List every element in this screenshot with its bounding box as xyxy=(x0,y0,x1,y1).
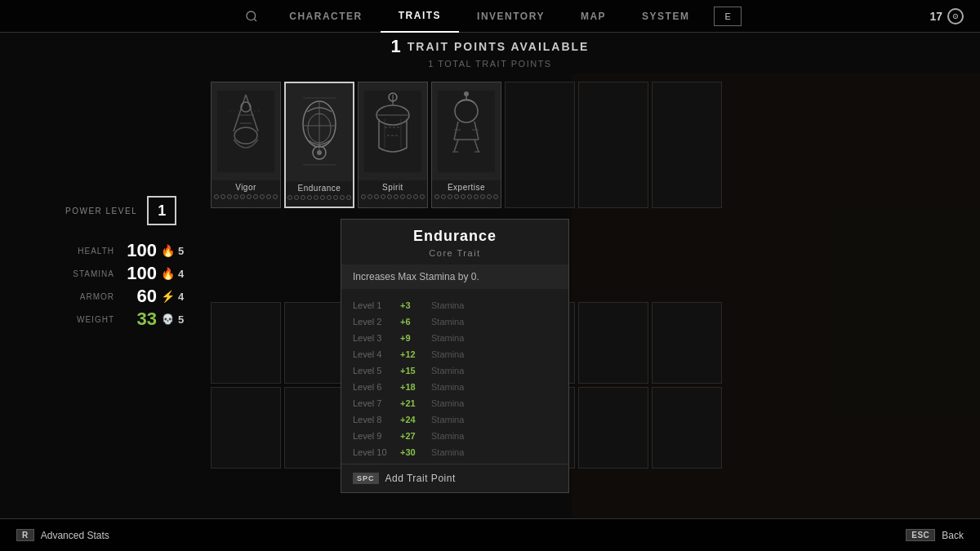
dot xyxy=(314,195,318,200)
dot xyxy=(327,195,332,200)
trait-card-endurance[interactable]: Endurance xyxy=(284,82,354,208)
nav-system[interactable]: SYSTEM xyxy=(624,0,707,33)
armor-icon: ⚡ xyxy=(160,290,175,303)
spirit-card-name: Spirit xyxy=(381,180,405,193)
level-row-10: Level 10 +30 Stamina xyxy=(353,444,557,460)
expertise-card-name: Expertise xyxy=(446,180,487,193)
level-10-bonus: +30 xyxy=(400,447,426,457)
level-10-stat: Stamina xyxy=(431,447,464,457)
grid-cell[interactable] xyxy=(652,387,722,469)
trait-card-spirit[interactable]: Spirit xyxy=(358,82,428,208)
dot xyxy=(307,195,312,200)
armor-value: 60 xyxy=(118,287,157,305)
detail-footer[interactable]: SPC Add Trait Point xyxy=(341,464,568,492)
dot xyxy=(227,194,232,199)
level-row-7: Level 7 +21 Stamina xyxy=(353,395,557,411)
trait-card-expertise[interactable]: Expertise xyxy=(431,82,501,208)
level-5-bonus: +15 xyxy=(400,366,426,375)
endurance-card-art xyxy=(286,83,353,181)
power-level-box: 1 xyxy=(147,196,176,225)
dot xyxy=(361,194,366,199)
level-5-label: Level 5 xyxy=(353,366,395,375)
dot xyxy=(240,194,245,199)
dot xyxy=(467,194,472,199)
trait-card-vigor[interactable]: Vigor xyxy=(211,82,281,208)
spc-badge: SPC xyxy=(353,473,379,484)
level-2-stat: Stamina xyxy=(431,317,464,327)
armor-stat-row: ARMOR 60 ⚡ 4 xyxy=(65,287,184,305)
level-9-stat: Stamina xyxy=(431,431,464,441)
trait-card-empty-1[interactable] xyxy=(505,82,575,208)
level-6-label: Level 6 xyxy=(353,382,395,392)
e-button[interactable]: E xyxy=(714,7,741,26)
level-4-label: Level 4 xyxy=(353,349,395,359)
grid-cell[interactable] xyxy=(652,302,722,384)
svg-rect-26 xyxy=(438,91,495,172)
level-7-stat: Stamina xyxy=(431,398,464,408)
vigor-card-name: Vigor xyxy=(234,180,258,193)
back-button[interactable]: ESC Back xyxy=(906,529,964,541)
level-8-label: Level 8 xyxy=(353,415,395,424)
grid-cell[interactable] xyxy=(578,302,648,384)
trait-points-number: 1 xyxy=(391,36,401,57)
dot xyxy=(400,194,405,199)
level-row-9: Level 9 +27 Stamina xyxy=(353,428,557,444)
level-4-stat: Stamina xyxy=(431,349,464,359)
vigor-card-art xyxy=(212,82,280,180)
dot xyxy=(234,194,238,199)
level-1-label: Level 1 xyxy=(353,300,395,310)
level-2-bonus: +6 xyxy=(400,317,426,327)
trait-card-empty-2[interactable] xyxy=(578,82,648,208)
weight-icon: 💀 xyxy=(160,313,175,325)
dot xyxy=(461,194,466,199)
level-3-label: Level 3 xyxy=(353,333,395,343)
trait-card-empty-3[interactable] xyxy=(652,82,722,208)
weight-label: WEIGHT xyxy=(65,315,114,324)
stamina-sub: 4 xyxy=(178,268,184,280)
endurance-dots xyxy=(286,193,353,202)
nav-character[interactable]: CHARACTER xyxy=(271,0,381,33)
dot xyxy=(413,194,418,199)
dot xyxy=(474,194,479,199)
level-8-stat: Stamina xyxy=(431,415,464,424)
advanced-stats-button[interactable]: R Advanced Stats xyxy=(16,529,109,541)
coin-icon: ⊙ xyxy=(947,8,964,24)
detail-description: Increases Max Stamina by 0. xyxy=(341,264,568,289)
dot xyxy=(266,194,271,199)
dot xyxy=(407,194,412,199)
svg-point-0 xyxy=(247,11,256,20)
level-7-bonus: +21 xyxy=(400,398,426,408)
dot xyxy=(260,194,265,199)
dot xyxy=(487,194,492,199)
esc-key: ESC xyxy=(906,529,935,541)
dot xyxy=(247,194,252,199)
trait-header: 1 TRAIT POINTS AVAILABLE 1 TOTAL TRAIT P… xyxy=(0,36,980,69)
svg-point-29 xyxy=(464,91,469,96)
dot xyxy=(287,195,292,200)
stamina-stat-row: STAMINA 100 🔥 4 xyxy=(65,264,184,282)
nav-inventory[interactable]: INVENTORY xyxy=(459,0,563,33)
grid-cell[interactable] xyxy=(211,302,281,384)
grid-cell[interactable] xyxy=(211,387,281,469)
level-row-4: Level 4 +12 Stamina xyxy=(353,346,557,362)
power-level-label: POWER LEVEL xyxy=(65,207,137,216)
power-level-row: POWER LEVEL 1 xyxy=(65,196,184,225)
bottom-bar: R Advanced Stats ESC Back xyxy=(0,518,980,551)
currency-display: 17 ⊙ xyxy=(929,8,964,24)
stats-panel: POWER LEVEL 1 HEALTH 100 🔥 5 STAMINA 100… xyxy=(65,196,184,333)
nav-map[interactable]: MAP xyxy=(563,0,624,33)
level-3-bonus: +9 xyxy=(400,333,426,343)
vigor-dots xyxy=(212,193,279,201)
trait-points-label: TRAIT POINTS AVAILABLE xyxy=(408,40,590,53)
search-icon[interactable] xyxy=(232,10,271,23)
trait-total-label: 1 TOTAL TRAIT POINTS xyxy=(0,59,980,69)
dot xyxy=(441,194,446,199)
grid-cell[interactable] xyxy=(578,387,648,469)
nav-traits[interactable]: TRAITS xyxy=(381,0,459,33)
dot xyxy=(368,194,372,199)
level-row-8: Level 8 +24 Stamina xyxy=(353,411,557,428)
level-7-label: Level 7 xyxy=(353,398,395,408)
dot xyxy=(220,194,225,199)
level-8-bonus: +24 xyxy=(400,415,426,424)
dot xyxy=(454,194,459,199)
